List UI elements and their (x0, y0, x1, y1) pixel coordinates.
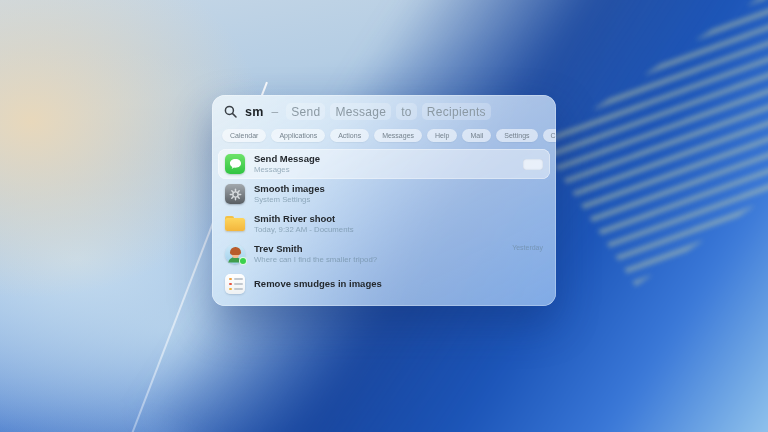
chip-actions[interactable]: Actions (330, 129, 369, 142)
settings-gear-icon (225, 184, 245, 204)
search-separator: – (271, 105, 278, 119)
ghost-token: Recipients (422, 103, 491, 120)
chip-help[interactable]: Help (427, 129, 457, 142)
search-results-list: Send Message Messages Smooth images (212, 147, 556, 299)
search-icon (224, 105, 237, 118)
checklist-icon (225, 274, 245, 294)
ghost-token: Send (286, 103, 325, 120)
contact-avatar (225, 244, 245, 264)
search-autocomplete: Send Message to Recipients (286, 103, 491, 120)
result-title: Send Message (254, 153, 514, 165)
result-subtitle: System Settings (254, 195, 543, 205)
chip-settings[interactable]: Settings (496, 129, 537, 142)
search-query-text: sm (245, 105, 263, 119)
shortcut-badge (523, 159, 543, 170)
result-title: Smith River shoot (254, 213, 543, 225)
chip-applications[interactable]: Applications (271, 129, 325, 142)
spotlight-panel: sm – Send Message to Recipients Calendar… (212, 95, 556, 306)
chip-contacts[interactable]: Contacts (543, 129, 556, 142)
result-subtitle: Messages (254, 165, 514, 175)
chat-bubble-icon (229, 158, 242, 170)
chip-calendar[interactable]: Calendar (222, 129, 266, 142)
ghost-token: Message (330, 103, 391, 120)
result-smooth-images[interactable]: Smooth images System Settings (218, 179, 550, 209)
ghost-token: to (396, 103, 417, 120)
gear-glyph (229, 188, 242, 201)
chip-mail[interactable]: Mail (462, 129, 491, 142)
result-subtitle: Today, 9:32 AM - Documents (254, 225, 543, 235)
online-status-badge (239, 257, 247, 265)
folder-icon (225, 214, 245, 234)
filter-chip-row: Calendar Applications Actions Messages H… (212, 128, 556, 147)
chip-messages[interactable]: Messages (374, 129, 422, 142)
result-send-message[interactable]: Send Message Messages (218, 149, 550, 179)
result-title: Trev Smith (254, 243, 503, 255)
result-trev-smith[interactable]: Trev Smith Where can I find the smaller … (218, 239, 550, 269)
result-title: Remove smudges in images (254, 278, 543, 290)
search-input[interactable]: sm – Send Message to Recipients (212, 95, 556, 128)
result-remove-smudges[interactable]: Remove smudges in images (218, 269, 550, 299)
result-title: Smooth images (254, 183, 543, 195)
result-subtitle: Where can I find the smaller tripod? (254, 255, 503, 265)
result-smith-river-shoot[interactable]: Smith River shoot Today, 9:32 AM - Docum… (218, 209, 550, 239)
result-timestamp: Yesterday (512, 244, 543, 251)
messages-app-icon (225, 154, 245, 174)
